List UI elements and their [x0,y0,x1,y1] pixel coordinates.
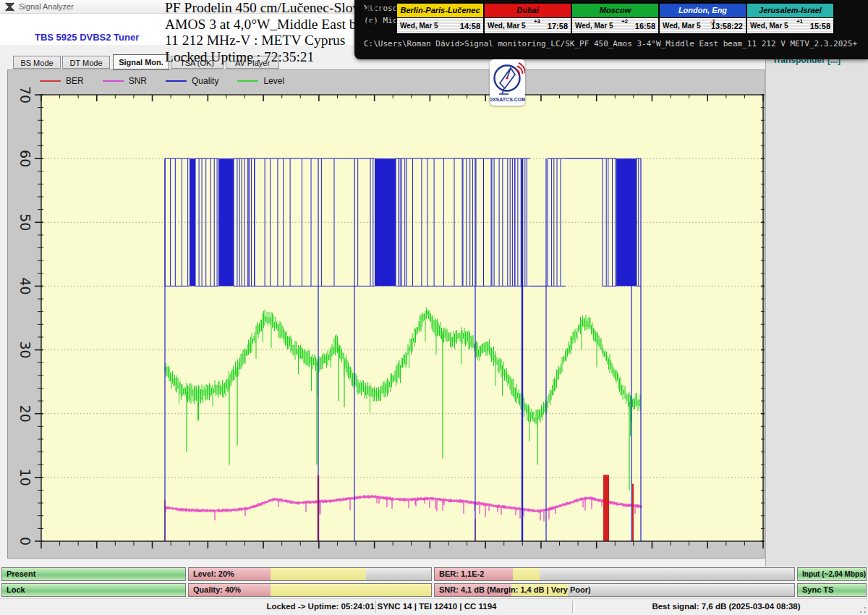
legend-item-snr: SNR [103,76,147,86]
clock-utc-offset: +2 [621,18,628,25]
clock-city: London, Eng [660,4,746,18]
legend-item-ber: BER [40,76,84,86]
app-icon [5,2,14,12]
tab-dt-mode[interactable]: DT Mode [62,56,110,69]
caption-line-4: Locked Uptime : 72:35:21 [165,49,359,66]
world-clock-3: MoscowWed, Mar 5+216:58 [572,4,658,33]
world-clock-1: Berlin-Paris-LučenecWed, Mar 514:58 [397,4,483,33]
window-title: Signal Analyzer [19,2,74,11]
clock-date: Wed, Mar 5 [488,22,526,30]
chart-legend: BERSNRQualityLevel [40,73,284,89]
legend-swatch [103,80,124,82]
clock-time: 17:58 [548,22,568,30]
clock-time: 13:58:22 [711,22,743,30]
clock-time: 14:58 [460,22,480,30]
terminal-prompt: C:\Users\Roman Dávid>Signal monitoring_L… [364,39,857,48]
level-label: Level: 20% [193,569,234,578]
world-clock-5: Jerusalem-IsraelWed, Mar 5+115:58 [747,4,833,33]
world-clock-4: London, EngWed, Mar 5-113:58:22 [660,4,746,33]
sync-indicator-bar: Sync TS [797,583,867,597]
bar-fill-yellow [271,584,432,596]
caption-line-3: 11 212 MHz-V : METV Cyprus [165,33,359,49]
clock-date: Wed, Mar 5 [575,22,613,30]
level-indicator-bar: Level: 20% [188,567,432,581]
present-indicator-bar: Present [1,567,186,581]
snr-label: SNR: 4,1 dB (Margin: 1,4 dB | Very Poor) [439,585,591,594]
caption-line-1: PF Prodelin 450 cm/Lučenec-Slovakia [165,0,359,17]
svg-text:0: 0 [17,537,33,546]
signal-chart: 010203040506070 [7,69,765,559]
clock-body: Wed, Mar 5+115:58 [747,18,833,33]
clock-time: 15:58 [810,22,830,30]
bar-fill-yellow [513,568,540,580]
input-indicator-bar: Input (~2,94 Mbps) [797,567,867,581]
legend-label: BER [66,76,84,86]
clock-body: Wed, Mar 5-113:58:22 [660,18,746,33]
status-divider [572,601,575,613]
bar-fill-yellow [271,568,366,580]
transponder-panel [765,0,868,567]
tuner-title: TBS 5925 DVBS2 Tuner [35,32,139,43]
svg-text:70: 70 [17,86,33,103]
svg-text:50: 50 [17,213,33,231]
legend-swatch [166,80,187,82]
quality-label: Quality: 40% [193,585,241,594]
present-label: Present [7,569,35,578]
lock-indicator-bar: Lock [1,583,186,597]
clock-city: Jerusalem-Israel [747,4,833,18]
clock-date: Wed, Mar 5 [400,22,438,30]
legend-label: SNR [129,76,147,86]
clock-utc-offset: +1 [796,18,803,25]
lock-label: Lock [7,585,25,594]
annotation-caption: PF Prodelin 450 cm/Lučenec-SlovakiaAMOS … [165,0,359,65]
sync-label: Sync TS [802,585,833,594]
clock-city: Berlin-Paris-Lučenec [397,4,483,18]
clock-body: Wed, Mar 5+216:58 [572,18,658,33]
svg-text:40: 40 [17,277,33,294]
clock-utc-offset: +3 [534,18,540,25]
tab-signal-mon-[interactable]: Signal Mon. [113,54,169,69]
snr-indicator-bar: SNR: 4,1 dB (Margin: 1,4 dB | Very Poor) [434,583,795,597]
ber-label: BER: 1,1E-2 [439,569,484,578]
clock-body: Wed, Mar 514:58 [397,18,483,33]
status-sync-counters: SYNC 14 | TEI 12410 | CC 1194 [378,602,497,611]
legend-swatch [40,80,61,82]
legend-item-quality: Quality [166,76,218,86]
world-clock-2: DubaiWed, Mar 5+317:58 [485,4,571,33]
input-label: Input (~2,94 Mbps) [802,570,866,578]
legend-label: Level [263,76,284,86]
status-uptime: Locked -> Uptime: 05:24:01 [266,602,374,611]
svg-text:30: 30 [17,341,33,358]
legend-item-level: Level [237,76,284,86]
logo-text: DXSATCS.COM [490,97,525,102]
clock-time: 16:58 [635,22,655,30]
quality-indicator-bar: Quality: 40% [188,583,432,597]
ber-indicator-bar: BER: 1,1E-2 [434,567,795,581]
clock-city: Moscow [572,4,658,18]
status-best-signal: Best signal: 7,6 dB (2025-03-04 08:38) [652,602,800,611]
resize-grip[interactable] [859,606,867,614]
legend-label: Quality [192,76,218,86]
clock-date: Wed, Mar 5 [750,22,788,30]
clock-date: Wed, Mar 5 [663,22,701,30]
tab-bs-mode[interactable]: BS Mode [13,56,61,69]
svg-text:10: 10 [17,469,33,486]
caption-line-2: AMOS 3 at 4,0°W_Middle East beam [165,17,359,33]
clock-body: Wed, Mar 5+317:58 [485,18,571,33]
svg-text:20: 20 [17,405,33,423]
dxsatcs-logo: DXSATCS.COM [490,59,525,106]
clock-city: Dubai [485,4,571,18]
world-clocks-panel: Berlin-Paris-LučenecWed, Mar 514:58Dubai… [396,2,835,35]
legend-swatch [237,80,258,82]
svg-text:60: 60 [17,150,33,167]
